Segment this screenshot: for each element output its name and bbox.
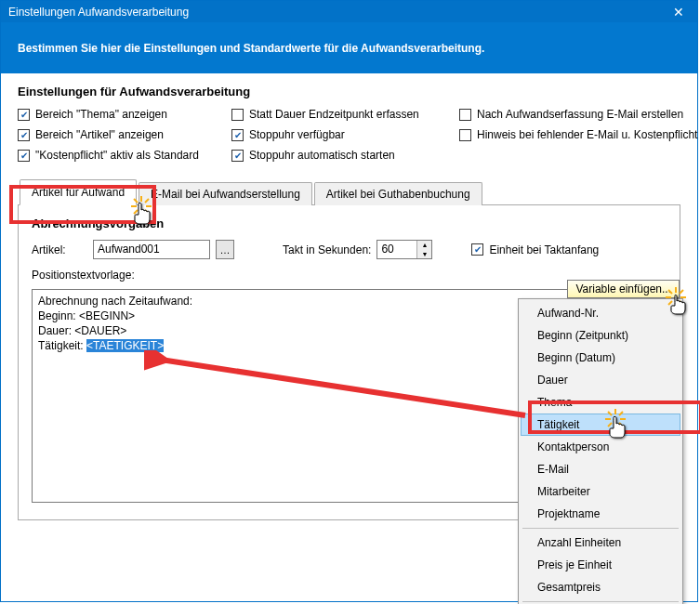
takt-value[interactable]: 60 — [377, 241, 416, 258]
stepper-arrows[interactable]: ▲▼ — [416, 241, 431, 258]
close-icon: ✕ — [673, 5, 684, 20]
window-title: Einstellungen Aufwandsverarbeitung — [8, 6, 189, 19]
checkbox-email-erstellen[interactable]: Nach Aufwandserfassung E-Mail erstellen — [459, 108, 697, 121]
dropdown-item-projektname[interactable]: Projektname — [521, 503, 680, 525]
group-title-abrechnung: Abrechnungsvorgaben — [32, 217, 667, 230]
chevron-up-icon[interactable]: ▲ — [417, 241, 431, 250]
window-close-button[interactable]: ✕ — [660, 1, 697, 22]
takt-stepper[interactable]: 60 ▲▼ — [376, 240, 432, 259]
tab-artikel-guthaben[interactable]: Artikel bei Guthabenbuchung — [314, 182, 482, 205]
checkbox-icon — [471, 243, 483, 256]
dropdown-item-thema[interactable]: Thema — [521, 391, 680, 414]
tab-email-aufwand[interactable]: E-Mail bei Aufwandserstellung — [139, 182, 312, 205]
window-subtitle-bar: Bestimmen Sie hier die Einstellungen und… — [1, 22, 697, 73]
tabs: Artikel für Aufwand E-Mail bei Aufwandse… — [20, 178, 680, 204]
dropdown-item-taetigkeit[interactable]: Tätigkeit — [521, 414, 680, 436]
artikel-input[interactable]: Aufwand001 — [93, 240, 210, 259]
checkbox-einheit-taktanfang[interactable]: Einheit bei Taktanfang — [471, 243, 599, 256]
checkbox-icon — [231, 109, 244, 121]
window-subtitle: Bestimmen Sie hier die Einstellungen und… — [18, 42, 484, 55]
checkbox-icon — [18, 109, 30, 121]
checkbox-icon — [18, 150, 30, 162]
checkbox-thema-anzeigen[interactable]: Bereich "Thema" anzeigen — [18, 108, 231, 121]
checkbox-icon — [231, 150, 244, 162]
dropdown-item-dauer[interactable]: Dauer — [521, 369, 680, 391]
checkbox-hinweis-email[interactable]: Hinweis bei fehlender E-Mail u. Kostenpf… — [459, 128, 697, 141]
settings-checkboxes: Bereich "Thema" anzeigen Statt Dauer End… — [18, 108, 680, 162]
dropdown-item-preis-einheit[interactable]: Preis je Einheit — [521, 554, 680, 576]
titlebar: Einstellungen Aufwandsverarbeitung ✕ — [1, 1, 697, 22]
checkbox-icon — [459, 109, 471, 121]
dropdown-item-kontaktperson[interactable]: Kontaktperson — [521, 436, 680, 458]
variable-dropdown: Aufwand-Nr. Beginn (Zeitpunkt) Beginn (D… — [518, 298, 683, 604]
dropdown-item-anzahl-einheiten[interactable]: Anzahl Einheiten — [521, 532, 680, 554]
dropdown-item-beginn-zeitpunkt[interactable]: Beginn (Zeitpunkt) — [521, 324, 680, 347]
artikel-browse-button[interactable]: … — [216, 240, 234, 259]
checkbox-icon — [459, 129, 471, 141]
checkbox-artikel-anzeigen[interactable]: Bereich "Artikel" anzeigen — [18, 128, 231, 141]
dropdown-separator — [522, 528, 679, 529]
dropdown-separator — [522, 601, 679, 602]
dropdown-item-email[interactable]: E-Mail — [521, 458, 680, 480]
dropdown-item-gesamtpreis[interactable]: Gesamtpreis — [521, 576, 680, 598]
takt-label: Takt in Sekunden: — [283, 243, 371, 256]
checkbox-stoppuhr[interactable]: Stoppuhr verfügbar — [231, 128, 459, 141]
variable-insert-button[interactable]: Variable einfügen... — [567, 280, 680, 298]
dropdown-item-mitarbeiter[interactable]: Mitarbeiter — [521, 480, 680, 503]
tab-panel: Abrechnungsvorgaben Artikel: Aufwand001 … — [18, 204, 680, 520]
checkbox-icon — [231, 129, 244, 141]
checkbox-endzeitpunkt[interactable]: Statt Dauer Endzeitpunkt erfassen — [231, 108, 459, 121]
checkbox-icon — [18, 129, 30, 141]
template-selection: <TAETIGKEIT> — [86, 339, 164, 352]
settings-section-title: Einstellungen für Aufwandsverarbeitung — [18, 85, 680, 98]
tab-artikel-aufwand[interactable]: Artikel für Aufwand — [20, 179, 137, 205]
dropdown-item-aufwand-nr[interactable]: Aufwand-Nr. — [521, 302, 680, 324]
chevron-down-icon[interactable]: ▼ — [417, 250, 431, 259]
checkbox-stoppuhr-auto[interactable]: Stoppuhr automatisch starten — [231, 149, 459, 162]
checkbox-kostenpflicht[interactable]: "Kostenpflicht" aktiv als Standard — [18, 149, 231, 162]
dropdown-item-beginn-datum[interactable]: Beginn (Datum) — [521, 347, 680, 369]
artikel-label: Artikel: — [32, 243, 87, 256]
